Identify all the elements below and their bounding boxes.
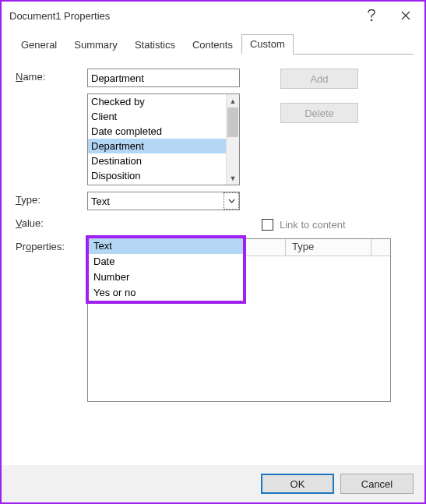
list-item[interactable]: Destination [88,153,226,168]
custom-tab-panel: Name: Add Checked by Client Date complet… [12,55,414,402]
help-button[interactable] [354,4,389,27]
dialog-content: General Summary Statistics Contents Cust… [2,30,424,465]
list-item[interactable]: Disposition [88,168,226,183]
name-label: Name: [16,69,87,83]
link-to-content-checkbox[interactable]: Link to content [262,215,346,234]
svg-point-0 [371,19,372,21]
value-label: Value: [16,215,87,229]
dropdown-option[interactable]: Text [89,238,243,254]
chevron-down-icon[interactable] [224,192,239,210]
tab-contents[interactable]: Contents [184,35,241,55]
type-dropdown-popup[interactable]: Text Date Number Yes or no [86,235,246,304]
type-combo-value: Text [88,196,224,207]
tab-strip: General Summary Statistics Contents Cust… [12,34,414,55]
list-item[interactable]: Checked by [88,94,226,109]
tab-general[interactable]: General [12,35,65,55]
list-item[interactable]: Date completed [88,124,226,139]
scroll-thumb[interactable] [227,107,238,137]
tab-statistics[interactable]: Statistics [126,35,184,55]
dropdown-option[interactable]: Yes or no [89,285,243,301]
type-label: Type: [16,192,87,206]
properties-label: Properties: [16,238,87,252]
tab-custom[interactable]: Custom [241,34,294,55]
list-item[interactable]: Client [88,109,226,124]
dropdown-option[interactable]: Number [89,270,243,285]
dropdown-option[interactable]: Date [89,254,243,270]
name-input[interactable] [87,69,240,87]
column-type[interactable]: Type [286,239,371,256]
ok-button[interactable]: OK [261,474,334,494]
window-title: Document1 Properties [9,10,354,22]
title-bar: Document1 Properties [2,2,424,30]
type-combo[interactable]: Text [87,192,240,210]
delete-button[interactable]: Delete [280,103,358,123]
list-item[interactable]: Department [88,139,226,153]
cancel-button[interactable]: Cancel [340,474,414,494]
dialog-window: Document1 Properties General Summary Sta… [0,0,426,504]
checkbox-icon[interactable] [262,219,273,231]
tab-summary[interactable]: Summary [65,35,126,55]
scroll-up-icon[interactable]: ▲ [227,94,239,107]
scrollbar[interactable]: ▲ ▼ [226,94,239,185]
link-to-content-label: Link to content [280,219,346,231]
dialog-footer: OK Cancel [2,465,424,502]
name-suggestions-list[interactable]: Checked by Client Date completed Departm… [87,93,240,185]
scroll-down-icon[interactable]: ▼ [227,171,239,185]
close-button[interactable] [389,4,423,27]
add-button[interactable]: Add [280,69,358,89]
